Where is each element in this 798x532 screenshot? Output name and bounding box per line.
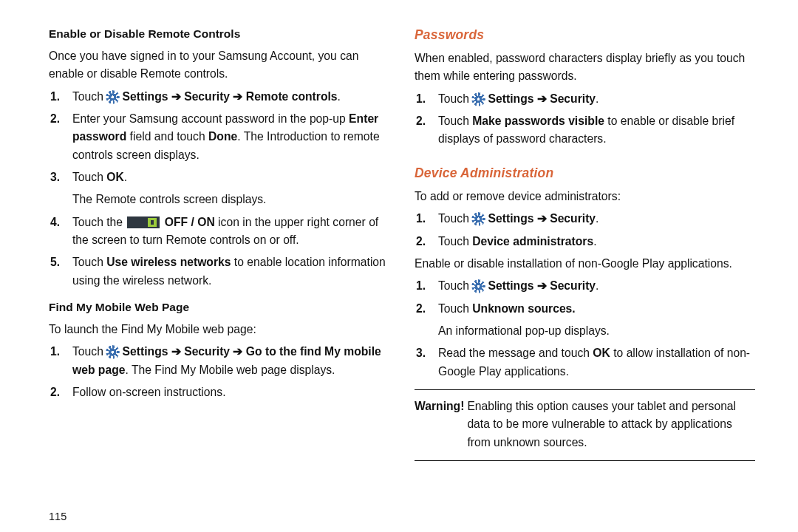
heading-passwords: Passwords xyxy=(415,25,755,45)
text: Enter your Samsung account password in t… xyxy=(72,112,349,125)
text: Touch xyxy=(72,345,106,358)
settings-icon xyxy=(473,214,484,225)
toggle-off-on-icon xyxy=(127,216,160,228)
bold-text: Settings ➔ Security ➔ Remote controls xyxy=(119,90,337,103)
list-item: 3. Read the message and touch OK to allo… xyxy=(438,344,755,381)
body-text: To launch the Find My Mobile web page: xyxy=(49,321,391,338)
text: . xyxy=(596,279,598,292)
divider xyxy=(415,389,755,390)
steps-list: 1. Touch Settings ➔ Security ➔ Remote co… xyxy=(49,88,391,290)
steps-list: 1. Touch Settings ➔ Security ➔ Go to the… xyxy=(49,343,391,401)
divider xyxy=(415,460,755,461)
bold-text: Settings ➔ Security xyxy=(485,212,596,225)
left-column: Enable or Disable Remote Controls Once y… xyxy=(49,25,409,525)
text: Follow on-screen instructions. xyxy=(72,386,226,398)
text: . xyxy=(593,235,596,248)
text: . xyxy=(124,171,127,183)
list-item: 5. Touch Use wireless networks to enable… xyxy=(72,253,391,290)
settings-icon xyxy=(107,92,118,103)
step-number: 3. xyxy=(416,344,426,362)
step-number: 4. xyxy=(50,214,60,231)
bold-text: Done xyxy=(208,130,237,143)
text: Touch xyxy=(438,302,472,315)
manual-page: Enable or Disable Remote Controls Once y… xyxy=(0,0,798,532)
text: Touch xyxy=(438,235,472,248)
settings-icon xyxy=(473,94,484,105)
steps-list: 1. Touch Settings ➔ Security. 2. Touch U… xyxy=(415,277,755,381)
step-number: 2. xyxy=(416,233,426,250)
bold-text: OK xyxy=(106,171,124,183)
text: . The Find My Mobile web page displays. xyxy=(125,364,335,376)
list-item: 4. Touch the OFF / ON icon in the upper … xyxy=(72,214,391,250)
settings-icon xyxy=(473,281,484,292)
list-item: 2. Enter your Samsung account password i… xyxy=(72,110,391,164)
bold-text: Use wireless networks xyxy=(106,256,231,268)
text: An informational pop-up displays. xyxy=(438,324,610,337)
bold-text: OK xyxy=(593,347,610,359)
steps-list: 1. Touch Settings ➔ Security. 2. Touch D… xyxy=(415,210,755,250)
text: . xyxy=(338,90,341,103)
list-item: 1. Touch Settings ➔ Security ➔ Remote co… xyxy=(72,88,391,106)
heading-device-administration: Device Administration xyxy=(415,163,755,183)
body-text: To add or remove device administrators: xyxy=(415,188,755,205)
steps-list: 1. Touch Settings ➔ Security. 2. Touch M… xyxy=(415,90,755,149)
settings-icon xyxy=(107,347,118,358)
warning-block: Warning! Enabling this option causes you… xyxy=(415,398,755,451)
step-number: 1. xyxy=(416,277,426,295)
text: Touch the xyxy=(72,216,126,228)
bold-text: Device administrators xyxy=(472,235,593,248)
text: Touch xyxy=(438,115,472,127)
list-item: 1. Touch Settings ➔ Security. xyxy=(438,210,755,228)
step-number: 2. xyxy=(50,110,60,128)
list-item: 2. Touch Device administrators. xyxy=(438,233,755,250)
list-item: 3. Touch OK. The Remote controls screen … xyxy=(72,168,391,209)
bold-text: Unknown sources. xyxy=(472,302,575,315)
list-item: 2. Touch Unknown sources. An information… xyxy=(438,300,755,341)
body-text: Enable or disable installation of non-Go… xyxy=(415,255,755,273)
step-number: 1. xyxy=(50,88,60,106)
list-item: 2. Touch Make passwords visible to enabl… xyxy=(438,112,755,149)
step-number: 1. xyxy=(50,343,60,361)
text: field and touch xyxy=(126,130,208,143)
text: Touch xyxy=(438,92,472,105)
text: . xyxy=(596,92,598,105)
warning-text: Enabling this option causes your tablet … xyxy=(467,398,755,451)
text: Touch xyxy=(72,90,106,103)
bold-text: OFF / ON xyxy=(161,216,214,228)
step-number: 1. xyxy=(416,90,426,108)
step-number: 2. xyxy=(416,300,426,318)
list-item: 2. Follow on-screen instructions. xyxy=(72,383,391,401)
step-number: 3. xyxy=(50,168,60,186)
text: Touch xyxy=(72,256,106,268)
page-number: 115 xyxy=(49,508,66,525)
step-number: 5. xyxy=(50,253,60,271)
text: Touch xyxy=(438,279,472,292)
body-text: When enabled, password characters displa… xyxy=(415,50,755,86)
step-number: 1. xyxy=(416,210,426,228)
step-number: 2. xyxy=(50,383,60,401)
list-item: 1. Touch Settings ➔ Security. xyxy=(438,277,755,295)
step-number: 2. xyxy=(416,112,426,130)
text: Read the message and touch xyxy=(438,347,593,359)
warning-label: Warning! xyxy=(415,398,467,451)
text: The Remote controls screen displays. xyxy=(72,193,266,205)
list-item: 1. Touch Settings ➔ Security ➔ Go to the… xyxy=(72,343,391,379)
heading-find-my-mobile: Find My Mobile Web Page xyxy=(49,299,391,316)
text: Touch xyxy=(72,171,106,183)
body-text: Once you have signed in to your Samsung … xyxy=(49,47,391,83)
heading-enable-disable-remote: Enable or Disable Remote Controls xyxy=(49,25,391,43)
bold-text: Settings ➔ Security xyxy=(485,279,596,292)
text: Touch xyxy=(438,212,472,225)
right-column: Passwords When enabled, password charact… xyxy=(409,25,768,525)
bold-text: Settings ➔ Security xyxy=(485,92,596,105)
list-item: 1. Touch Settings ➔ Security. xyxy=(438,90,755,108)
text: . xyxy=(596,212,598,225)
bold-text: Make passwords visible xyxy=(472,115,604,127)
